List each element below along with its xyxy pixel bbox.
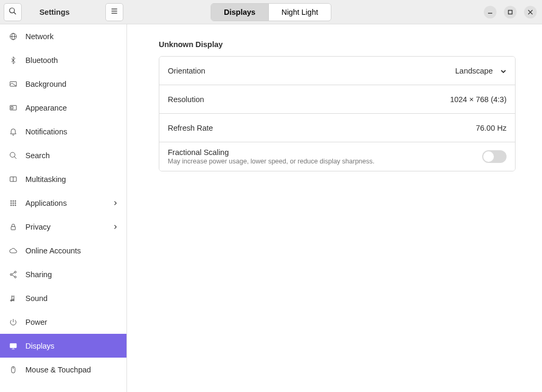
svg-point-27 [15, 205, 16, 206]
svg-point-29 [14, 271, 16, 272]
resolution-row[interactable]: Resolution 1024 × 768 (4:3) [159, 85, 515, 114]
sidebar[interactable]: NetworkBluetoothBackgroundAppearanceNoti… [0, 24, 127, 392]
display-settings-list: Orientation Landscape Resolution 1024 × … [159, 56, 516, 171]
svg-point-25 [11, 205, 12, 206]
sidebar-item-label: Power [25, 318, 118, 326]
sidebar-item-notifications[interactable]: Notifications [0, 120, 127, 143]
orientation-value: Landscape [455, 67, 493, 75]
resolution-value: 1024 × 768 (4:3) [450, 95, 507, 104]
display-section-title: Unknown Display [159, 40, 516, 49]
svg-line-1 [14, 12, 16, 14]
sidebar-item-privacy[interactable]: Privacy [0, 215, 127, 239]
svg-rect-36 [10, 343, 16, 348]
svg-point-30 [10, 274, 12, 275]
search-icon [8, 7, 17, 17]
sidebar-item-label: Sound [25, 294, 118, 303]
svg-point-24 [15, 203, 16, 204]
chevron-right-icon [113, 199, 118, 207]
tab-switcher: Displays Night Light [211, 3, 331, 21]
toggle-knob [483, 151, 494, 162]
sidebar-item-label: Displays [25, 342, 118, 350]
sidebar-item-multitasking[interactable]: Multitasking [0, 167, 127, 191]
row-main: Refresh Rate [168, 124, 476, 132]
row-main: Orientation [168, 67, 455, 75]
sound-icon [8, 294, 18, 303]
sidebar-item-applications[interactable]: Applications [0, 191, 127, 215]
sidebar-item-label: Sharing [25, 270, 118, 279]
maximize-button[interactable] [504, 6, 517, 19]
row-main: Fractional Scaling May increase power us… [168, 148, 482, 165]
fractional-scaling-label: Fractional Scaling [168, 148, 482, 157]
resolution-label: Resolution [168, 95, 450, 104]
sidebar-item-label: Bluetooth [25, 56, 118, 65]
background-icon [8, 79, 18, 89]
sidebar-item-sound[interactable]: Sound [0, 286, 127, 310]
sidebar-item-online-accounts[interactable]: Online Accounts [0, 239, 127, 262]
svg-point-23 [13, 203, 14, 204]
sidebar-item-sharing[interactable]: Sharing [0, 262, 127, 286]
chevron-down-icon [500, 68, 507, 74]
globe-icon [8, 32, 18, 41]
svg-point-0 [10, 8, 14, 13]
main-content: Unknown Display Orientation Landscape Re… [127, 24, 542, 392]
search-icon [8, 151, 18, 160]
sidebar-item-label: Search [25, 151, 118, 160]
svg-rect-6 [509, 10, 512, 14]
body: NetworkBluetoothBackgroundAppearanceNoti… [0, 24, 542, 392]
bell-icon [8, 127, 18, 136]
svg-line-16 [14, 157, 16, 159]
titlebar-left: Settings [0, 0, 127, 24]
tab-night-light[interactable]: Night Light [269, 4, 331, 21]
tab-displays[interactable]: Displays [211, 4, 269, 21]
refresh-rate-label: Refresh Rate [168, 124, 476, 132]
sidebar-item-label: Background [25, 80, 118, 88]
svg-rect-14 [11, 106, 13, 109]
sidebar-item-power[interactable]: Power [0, 310, 127, 334]
close-icon [528, 8, 533, 16]
svg-point-35 [13, 299, 14, 300]
bluetooth-icon [8, 56, 18, 65]
fractional-scaling-row: Fractional Scaling May increase power us… [159, 142, 515, 171]
fractional-scaling-sublabel: May increase power usage, lower speed, o… [168, 158, 482, 165]
grid-icon [8, 198, 18, 208]
close-button[interactable] [524, 6, 537, 19]
svg-point-26 [13, 205, 14, 206]
sidebar-item-label: Notifications [25, 127, 118, 136]
svg-point-31 [14, 276, 16, 278]
search-button[interactable] [4, 3, 22, 21]
chevron-right-icon [113, 223, 118, 231]
sidebar-item-label: Privacy [25, 223, 105, 231]
share-icon [8, 270, 18, 279]
sidebar-item-bluetooth[interactable]: Bluetooth [0, 48, 127, 72]
minimize-icon [487, 8, 493, 16]
svg-point-19 [11, 200, 12, 202]
orientation-label: Orientation [168, 67, 455, 75]
sidebar-item-mouse-touchpad[interactable]: Mouse & Touchpad [0, 358, 127, 381]
window-controls [484, 6, 542, 19]
refresh-rate-row: Refresh Rate 76.00 Hz [159, 114, 515, 142]
sidebar-item-search[interactable]: Search [0, 143, 127, 167]
app-title: Settings [25, 8, 102, 16]
svg-line-33 [12, 275, 14, 276]
sidebar-item-label: Appearance [25, 104, 118, 112]
sidebar-item-appearance[interactable]: Appearance [0, 96, 127, 120]
svg-line-32 [12, 272, 14, 274]
sidebar-item-label: Applications [25, 199, 105, 207]
svg-rect-28 [11, 226, 15, 230]
mouse-icon [8, 365, 18, 375]
menu-button[interactable] [105, 3, 123, 21]
orientation-row[interactable]: Orientation Landscape [159, 57, 515, 85]
cloud-icon [8, 246, 18, 256]
sidebar-item-label: Network [25, 32, 118, 41]
refresh-rate-value: 76.00 Hz [476, 124, 507, 132]
sidebar-item-label: Mouse & Touchpad [25, 366, 118, 374]
sidebar-item-background[interactable]: Background [0, 72, 127, 96]
minimize-button[interactable] [484, 6, 496, 19]
sidebar-item-displays[interactable]: Displays [0, 334, 127, 358]
sidebar-item-network[interactable]: Network [0, 24, 127, 48]
row-main: Resolution [168, 95, 450, 104]
fractional-scaling-toggle[interactable] [482, 150, 507, 163]
hamburger-icon [110, 7, 119, 17]
svg-point-34 [11, 299, 12, 301]
appearance-icon [8, 103, 18, 113]
